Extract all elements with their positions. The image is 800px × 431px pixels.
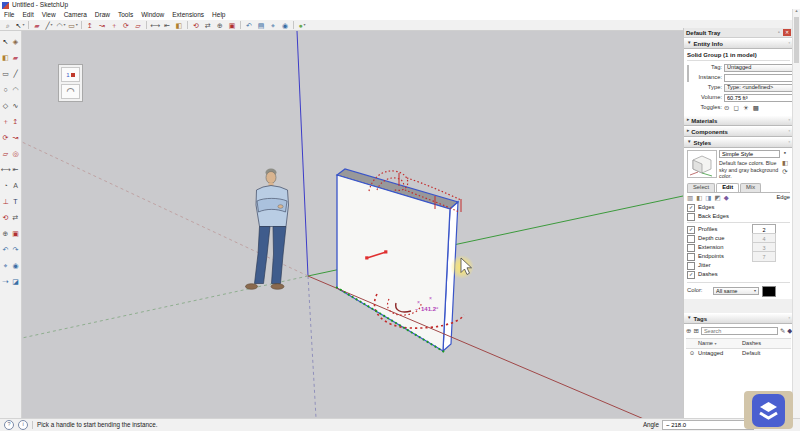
dimension-icon[interactable]: ⇤ xyxy=(11,161,21,177)
menu-draw[interactable]: Draw xyxy=(91,12,114,19)
truebend-settings-button[interactable]: 1 xyxy=(61,67,80,82)
push-pull-icon[interactable]: ↥ xyxy=(84,20,96,30)
search-icon[interactable]: ⌕ xyxy=(2,20,14,30)
tray-close-icon[interactable]: ✕ xyxy=(783,29,791,36)
menu-edit[interactable]: Edit xyxy=(18,12,37,19)
endpoints-value-input[interactable] xyxy=(752,251,776,262)
instance-input[interactable] xyxy=(724,74,800,82)
select-icon[interactable]: ↖ xyxy=(1,33,11,49)
edge-settings-icon[interactable]: ▥ xyxy=(687,195,693,202)
scale-icon[interactable]: ▱ xyxy=(132,20,144,30)
scroll-up-icon[interactable]: ▲ xyxy=(793,9,800,13)
tape-measure-icon[interactable]: ⟷ xyxy=(149,20,161,30)
orbit-icon[interactable]: ⟲ xyxy=(1,209,11,225)
menu-extensions[interactable]: Extensions xyxy=(168,12,208,19)
zoom-icon[interactable]: ⊕ xyxy=(1,225,11,241)
zoom-icon[interactable]: ⊕ xyxy=(214,20,226,30)
tab-mix[interactable]: Mix xyxy=(740,183,761,192)
wall-group[interactable] xyxy=(337,169,458,351)
menu-help[interactable]: Help xyxy=(208,12,229,19)
select-icon[interactable]: ↖▾ xyxy=(14,20,26,30)
look-around-icon[interactable]: ◉ xyxy=(11,257,21,273)
entity-info-header[interactable]: ▼ Entity Info ▫ xyxy=(684,38,793,49)
text-icon[interactable]: A xyxy=(11,177,21,193)
hidden-eye-toggle-icon[interactable]: ⊙ xyxy=(724,105,729,112)
back-edges-checkbox[interactable] xyxy=(687,213,695,221)
tags-search-input[interactable] xyxy=(701,327,778,335)
menu-file[interactable]: File xyxy=(0,12,18,19)
walk-icon[interactable]: ⇢ xyxy=(1,273,11,289)
eraser-icon[interactable]: ▰ xyxy=(11,49,21,65)
position-camera-icon[interactable]: ⌖ xyxy=(267,20,279,30)
edge-color-select[interactable]: All same ▾ xyxy=(713,287,759,295)
model-viewport[interactable]: × × ~ 141.2° 1 xyxy=(22,31,683,418)
follow-me-icon[interactable]: ↝ xyxy=(11,129,21,145)
dimension-icon[interactable]: ⇤ xyxy=(161,20,173,30)
tab-select[interactable]: Select xyxy=(687,183,715,192)
menu-view[interactable]: View xyxy=(38,12,60,19)
arc-icon[interactable]: ◠ xyxy=(11,81,21,97)
panel-pin-icon[interactable]: ▫ xyxy=(788,316,790,321)
zoom-extents-icon[interactable]: ▣ xyxy=(226,20,238,30)
follow-me-icon[interactable]: ↝ xyxy=(96,20,108,30)
rectangle-icon[interactable]: ▭ xyxy=(1,65,11,81)
scroll-thumb[interactable] xyxy=(794,17,799,63)
position-camera-icon[interactable]: ⌖ xyxy=(1,257,11,273)
rotate-icon[interactable]: ⟳ xyxy=(120,20,132,30)
orbit-icon[interactable]: ⟲ xyxy=(190,20,202,30)
panel-pin-icon[interactable]: ▫ xyxy=(788,118,790,123)
previous-view-icon[interactable]: ↶ xyxy=(243,20,255,30)
depth-cue-checkbox[interactable] xyxy=(687,235,695,243)
zoom-extents-icon[interactable]: ▣ xyxy=(11,225,21,241)
paint-bucket-icon[interactable]: ◧ xyxy=(1,49,11,65)
tag-select[interactable]: Untagged ▾ xyxy=(724,64,800,72)
tag-visible-eye-icon[interactable]: ⊙ xyxy=(686,351,698,357)
style-refresh-icon[interactable]: ⟳ xyxy=(782,169,787,176)
background-settings-icon[interactable]: ◨ xyxy=(705,195,711,202)
tags-table-header[interactable]: Name ▾ Dashes xyxy=(686,338,791,349)
menu-tools[interactable]: Tools xyxy=(114,12,137,19)
edges-checkbox[interactable]: ✓ xyxy=(687,204,695,212)
section-plane-icon[interactable]: ◪ xyxy=(11,273,21,289)
watermark-settings-icon[interactable]: ◩ xyxy=(714,195,720,202)
panel-pin-icon[interactable]: ▫ xyxy=(788,41,790,46)
face-settings-icon[interactable]: ◧ xyxy=(696,195,702,202)
modeling-settings-icon[interactable]: ◆ xyxy=(724,195,729,202)
axes-icon[interactable]: ⊥ xyxy=(1,193,11,209)
rotate-icon[interactable]: ⟳ xyxy=(1,129,11,145)
style-in-model-icon[interactable]: ▪ xyxy=(784,150,786,157)
pan-icon[interactable]: ⇄ xyxy=(11,209,21,225)
circle-icon[interactable]: ○ xyxy=(1,81,11,97)
add-tag-folder-icon[interactable]: ⊞ xyxy=(693,328,698,335)
line-icon[interactable]: ╱ xyxy=(11,65,21,81)
move-icon[interactable]: ＋ xyxy=(1,113,11,129)
credits-info-icon[interactable]: i xyxy=(18,420,28,430)
styles-header[interactable]: ▼ Styles ▫ xyxy=(684,137,793,148)
endpoints-checkbox[interactable] xyxy=(687,253,695,261)
measurement-input[interactable] xyxy=(662,420,754,430)
menu-window[interactable]: Window xyxy=(137,12,168,19)
shapes-icon[interactable]: ▭▾ xyxy=(67,20,79,30)
jitter-checkbox[interactable] xyxy=(687,262,695,270)
tags-header[interactable]: ▼ Tags ▫ xyxy=(684,313,793,324)
paint-bucket-icon[interactable]: ◧ xyxy=(173,20,185,30)
views-icon[interactable]: ▤ xyxy=(255,20,267,30)
3d-text-icon[interactable]: T xyxy=(11,193,21,209)
make-component-icon[interactable]: ◈ xyxy=(11,33,21,49)
line-icon[interactable]: ╱▾ xyxy=(43,20,55,30)
tags-col-name[interactable]: Name xyxy=(698,340,713,346)
type-select[interactable]: Type: <undefined> ▾ xyxy=(724,84,800,92)
tray-pin-icon[interactable]: ▫ xyxy=(775,29,783,36)
panel-pin-icon[interactable]: ▫ xyxy=(788,129,790,134)
pan-icon[interactable]: ⇄ xyxy=(202,20,214,30)
eraser-icon[interactable]: ▰ xyxy=(31,20,43,30)
cast-shadows-toggle-icon[interactable]: ▩ xyxy=(753,105,759,112)
style-paint-icon[interactable]: ◧ xyxy=(782,160,788,167)
tab-edit[interactable]: Edit xyxy=(716,183,739,192)
receive-shadows-toggle-icon[interactable]: ☀ xyxy=(743,105,749,112)
tray-scrollbar[interactable]: ▲ ▼ xyxy=(792,9,800,431)
edge-color-swatch[interactable] xyxy=(762,286,776,297)
protractor-icon[interactable]: ◔ xyxy=(1,177,11,193)
truebend-bend-button[interactable]: ◠ xyxy=(61,84,80,99)
lock-toggle-icon[interactable]: ◻ xyxy=(733,105,738,112)
